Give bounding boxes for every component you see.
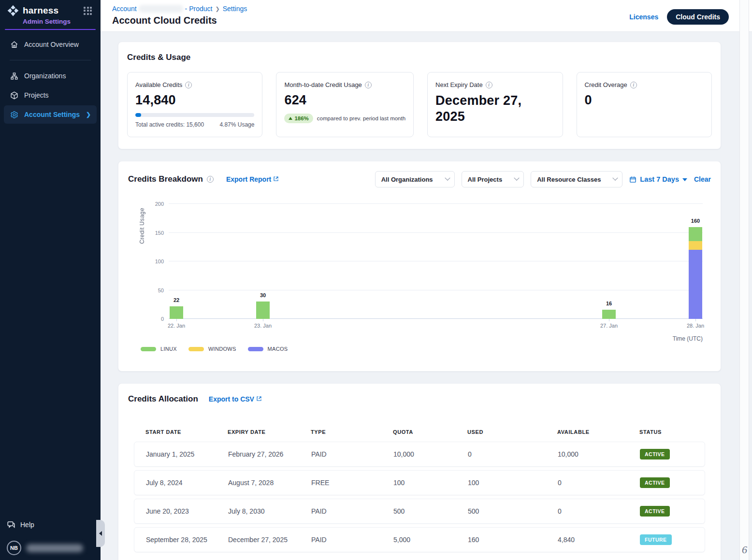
legend-label: LINUX <box>160 346 177 352</box>
legend-item-macos[interactable]: MACOS <box>248 346 288 352</box>
table-row[interactable]: January 1, 2025February 27, 2026PAID10,0… <box>134 442 705 467</box>
legend-item-windows[interactable]: WINDOWS <box>188 346 236 352</box>
status-badge: ACTIVE <box>640 506 670 517</box>
cell-available: 10,000 <box>558 450 640 458</box>
logo-row: harness <box>0 0 101 17</box>
organizations-select[interactable]: All Organizations <box>375 171 455 187</box>
chevron-right-icon: ❯ <box>86 111 91 118</box>
cell-expiry: February 27, 2026 <box>228 450 311 458</box>
sidebar-bottom: Help NB <box>0 520 101 560</box>
home-icon <box>10 40 18 49</box>
chevron-down-icon <box>613 175 618 181</box>
x-tick-label: 22. Jan <box>168 323 185 329</box>
next-expiry-card: Next Expiry Date i December 27, 2025 <box>427 72 563 137</box>
app-grid-icon[interactable] <box>84 7 92 15</box>
up-triangle-icon <box>289 117 292 120</box>
legend-label: WINDOWS <box>208 346 236 352</box>
cell-available: 0 <box>558 479 640 487</box>
sidebar-item-label: Account Overview <box>24 41 79 48</box>
cell-start: June 20, 2023 <box>146 507 228 515</box>
licenses-link[interactable]: Licenses <box>629 13 658 21</box>
bar-segment-linux[interactable] <box>689 227 702 242</box>
cell-start: July 8, 2024 <box>146 479 228 487</box>
harness-logo-icon <box>7 4 19 17</box>
table-row[interactable]: June 20, 2023July 8, 2030PAID5005000ACTI… <box>134 499 705 524</box>
sidebar-item-account-overview[interactable]: Account Overview <box>4 35 97 54</box>
credit-overage-card: Credit Overage i 0 <box>577 72 712 137</box>
bar-segment-linux[interactable] <box>170 306 183 319</box>
info-icon[interactable]: i <box>207 176 214 183</box>
info-icon[interactable]: i <box>365 82 372 88</box>
mtd-usage-label: Month-to-date Credit Usage <box>284 81 362 88</box>
cell-type: PAID <box>311 450 393 458</box>
y-tick-label: 200 <box>155 201 164 207</box>
info-icon[interactable]: i <box>630 82 637 88</box>
table-row[interactable]: September 28, 2025December 27, 2025PAID5… <box>134 527 705 552</box>
delta-badge: 186% <box>284 114 313 123</box>
credits-allocation-title: Credits Allocation <box>128 394 198 404</box>
credits-progress-fill <box>135 113 141 117</box>
bar-segment-windows[interactable] <box>689 241 702 250</box>
credits-breakdown-card: Credits Breakdown i Export Report All Or… <box>118 161 721 372</box>
cell-type: PAID <box>311 536 393 544</box>
table-row[interactable]: July 8, 2024August 7, 2028FREE1001000ACT… <box>134 470 705 495</box>
available-credits-label: Available Credits <box>135 81 182 88</box>
bar-segment-macos[interactable] <box>689 250 702 319</box>
sidebar-item-label: Account Settings <box>24 111 80 118</box>
avatar[interactable]: NB <box>7 541 21 555</box>
org-icon <box>10 72 18 80</box>
y-tick-label: 150 <box>155 230 164 236</box>
resource-classes-select[interactable]: All Resource Classes <box>531 171 622 187</box>
credits-breakdown-title: Credits Breakdown <box>128 174 203 184</box>
bar-value-label: 160 <box>681 218 710 224</box>
sidebar-item-organizations[interactable]: Organizations <box>4 67 97 85</box>
next-expiry-label: Next Expiry Date <box>435 81 483 88</box>
bar-value-label: 30 <box>248 292 277 298</box>
breadcrumb-product[interactable]: - Product <box>185 5 213 13</box>
gear-icon <box>10 110 18 119</box>
scrollbar-track[interactable] <box>739 0 749 560</box>
x-tick-mark <box>176 319 177 321</box>
x-tick-label: 23. Jan <box>254 323 272 329</box>
cell-quota: 500 <box>393 507 468 515</box>
projects-select[interactable]: All Projects <box>462 171 524 187</box>
x-tick-label: 27. Jan <box>600 323 618 329</box>
help-button[interactable]: Help <box>7 520 94 529</box>
clear-filters-link[interactable]: Clear <box>694 175 711 183</box>
x-tick-mark <box>695 319 696 321</box>
credits-allocation-card: Credits Allocation Export to CSV START D… <box>118 383 721 560</box>
export-report-link[interactable]: Export Report <box>226 175 279 183</box>
legend-label: MACOS <box>268 346 288 352</box>
bar-segment-linux[interactable] <box>256 302 270 319</box>
breadcrumb-account[interactable]: Account <box>112 5 137 13</box>
legend-swatch <box>188 347 204 351</box>
sidebar-collapse-handle[interactable] <box>96 520 105 547</box>
column-header: STATUS <box>639 429 705 435</box>
info-icon[interactable]: i <box>185 82 192 88</box>
info-icon[interactable]: i <box>486 82 492 88</box>
chevron-down-icon <box>445 175 450 181</box>
chevron-down-icon <box>514 175 519 181</box>
page-title: Account Cloud Credits <box>112 15 247 26</box>
sidebar: harness Admin Settings Account Overview … <box>0 0 101 560</box>
sidebar-item-projects[interactable]: Projects <box>4 86 97 104</box>
export-csv-link[interactable]: Export to CSV <box>209 395 262 403</box>
cell-start: September 28, 2025 <box>146 536 228 544</box>
cloud-credits-button[interactable]: Cloud Credits <box>667 9 729 25</box>
bar-segment-linux[interactable] <box>602 310 616 319</box>
breadcrumb-settings[interactable]: Settings <box>223 5 247 13</box>
user-row[interactable]: NB <box>7 541 94 555</box>
bar-value-label: 16 <box>594 301 623 306</box>
date-range-picker[interactable]: Last 7 Days <box>629 175 687 183</box>
sidebar-item-account-settings[interactable]: Account Settings ❯ <box>4 105 97 124</box>
y-tick-label: 0 <box>161 316 164 322</box>
mtd-usage-card: Month-to-date Credit Usage i 624 186% co… <box>276 72 414 137</box>
annotation-mark: 6 <box>742 544 747 556</box>
gridline <box>169 318 703 319</box>
gridline <box>169 261 703 261</box>
y-tick-label: 100 <box>155 258 164 264</box>
cell-quota: 100 <box>393 479 468 487</box>
available-credits-card: Available Credits i 14,840 Total active … <box>127 72 262 137</box>
legend-item-linux[interactable]: LINUX <box>141 346 177 352</box>
nav-divider <box>10 60 91 60</box>
